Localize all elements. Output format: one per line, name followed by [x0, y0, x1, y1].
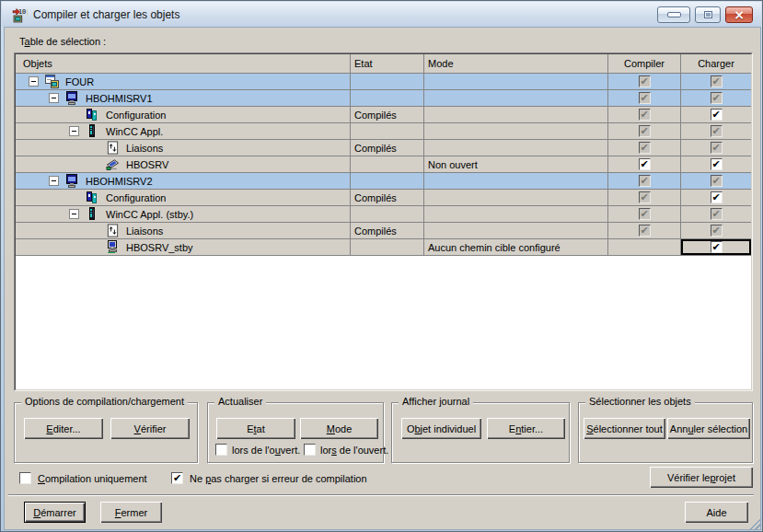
charger-cell[interactable] [681, 123, 751, 139]
compiler-checkbox [639, 75, 651, 87]
column-header-objets[interactable]: Objets [16, 54, 351, 73]
compiler-cell[interactable] [608, 223, 681, 238]
object-cell: Liaisons [16, 223, 351, 238]
single-object-log-button[interactable]: Objet individuel [401, 418, 481, 439]
table-body: FOURHBOHMISRV1ConfigurationCompilésWinCC… [16, 74, 751, 389]
group-title: Afficher journal [399, 396, 473, 407]
window-title: Compiler et charger les objets [33, 8, 179, 21]
compiler-cell[interactable] [608, 156, 681, 172]
update-state-on-open-checkbox[interactable]: lors de l'ouvert. [215, 444, 300, 456]
tree-expander[interactable] [69, 126, 85, 136]
compiler-checkbox [639, 175, 651, 187]
mode-cell [424, 123, 608, 139]
selection-table-label: Table de sélection : [19, 36, 106, 47]
compiler-cell[interactable] [608, 123, 681, 139]
column-header-charger[interactable]: Charger [681, 54, 751, 73]
checkbox[interactable] [171, 472, 183, 484]
table-row[interactable]: HBOHMISRV2 [16, 173, 751, 190]
station-icon [64, 91, 81, 106]
collapse-minus-icon[interactable] [69, 209, 79, 219]
compiler-cell[interactable] [608, 107, 681, 122]
select-all-button[interactable]: Sélectionner tout [584, 418, 665, 439]
help-button[interactable]: Aide [685, 502, 748, 523]
group-show-log: Afficher journal Objet individuel Entier… [391, 402, 570, 463]
checkbox-label: Ne pas charger si erreur de compilation [190, 473, 367, 484]
compiler-cell[interactable] [608, 74, 681, 89]
tree-expander[interactable] [49, 176, 64, 186]
table-row[interactable]: HBOHMISRV1 [16, 90, 751, 107]
compiler-checkbox[interactable] [639, 158, 651, 170]
collapse-minus-icon[interactable] [49, 176, 59, 186]
deselect-all-button[interactable]: Annuler sélection [667, 418, 750, 439]
charger-cell[interactable] [681, 190, 751, 205]
close-button[interactable]: × [725, 6, 753, 23]
charger-cell[interactable] [681, 223, 751, 238]
table-row[interactable]: WinCC Appl. (stby.) [16, 206, 751, 223]
charger-cell[interactable] [681, 156, 751, 172]
update-mode-on-open-checkbox[interactable]: lors de l'ouvert. [304, 444, 388, 456]
titlebar[interactable]: 10|| Compiler et charger les objets × [2, 2, 761, 27]
table-row[interactable]: LiaisonsCompilés [16, 223, 751, 239]
object-label: Configuration [106, 192, 166, 203]
collapse-minus-icon[interactable] [29, 76, 39, 87]
column-header-mode[interactable]: Mode [424, 54, 608, 73]
update-state-button[interactable]: Etat [216, 418, 295, 439]
charger-checkbox[interactable] [711, 241, 723, 253]
wincc-application-icon [85, 124, 101, 139]
minimize-button[interactable] [657, 6, 690, 23]
maximize-button[interactable] [695, 6, 721, 23]
checkbox[interactable] [304, 444, 316, 456]
no-load-on-error-checkbox[interactable]: Ne pas charger si erreur de compilation [171, 472, 367, 484]
charger-cell[interactable] [681, 206, 751, 222]
tree-expander[interactable] [69, 209, 85, 219]
charger-checkbox[interactable] [711, 158, 723, 170]
charger-cell[interactable] [681, 74, 751, 89]
checkbox[interactable] [215, 444, 227, 456]
checkbox[interactable] [19, 472, 31, 484]
compiler-cell[interactable] [608, 173, 681, 189]
compiler-cell[interactable] [608, 206, 681, 222]
table-row[interactable]: HBOSRVNon ouvert [16, 156, 751, 173]
group-compile-options: Options de compilation/chargement Editer… [14, 402, 198, 463]
charger-cell[interactable] [681, 140, 751, 156]
update-mode-button[interactable]: Mode [300, 418, 378, 439]
table-row[interactable]: LiaisonsCompilés [16, 140, 751, 156]
compile-only-checkbox[interactable]: Compilation uniquement [19, 472, 147, 484]
table-row[interactable]: ConfigurationCompilés [16, 190, 751, 206]
close-dialog-button[interactable]: Fermer [100, 502, 162, 523]
table-row[interactable]: ConfigurationCompilés [16, 107, 751, 123]
charger-checkbox[interactable] [711, 191, 723, 203]
compiler-cell[interactable] [608, 90, 681, 106]
charger-cell[interactable] [681, 107, 751, 122]
compiler-cell[interactable] [608, 190, 681, 205]
os-project-icon [105, 157, 121, 172]
table-row[interactable]: HBOSRV_stbyAucun chemin cible configuré [16, 239, 751, 256]
charger-cell[interactable] [681, 173, 751, 189]
table-row[interactable]: FOUR [16, 74, 751, 90]
footer-separator [8, 494, 754, 496]
etat-cell [351, 123, 424, 139]
minimize-icon [667, 12, 681, 17]
edit-button[interactable]: Editer... [24, 418, 103, 439]
tree-expander[interactable] [29, 76, 44, 87]
verify-button[interactable]: Vérifier [110, 418, 190, 439]
etat-cell [351, 239, 424, 255]
collapse-minus-icon[interactable] [49, 93, 59, 103]
column-header-compiler[interactable]: Compiler [608, 54, 681, 73]
verify-project-button[interactable]: Vérifier le projet [650, 467, 753, 488]
column-header-etat[interactable]: Etat [351, 54, 424, 73]
charger-cell[interactable] [681, 90, 751, 106]
charger-cell[interactable] [681, 239, 751, 255]
table-row[interactable]: WinCC Appl. [16, 123, 751, 140]
tree-expander[interactable] [49, 93, 64, 103]
compiler-cell[interactable] [608, 140, 681, 156]
collapse-minus-icon[interactable] [69, 126, 79, 136]
entire-log-button[interactable]: Entier... [487, 418, 565, 439]
compile-download-icon: 10|| [12, 7, 28, 22]
etat-cell [351, 90, 424, 106]
object-label: HBOHMISRV1 [86, 93, 153, 104]
selection-table: Objets Etat Mode Compiler Charger FOURHB… [14, 52, 753, 391]
etat-cell: Compilés [351, 107, 424, 122]
charger-checkbox[interactable] [711, 109, 723, 121]
start-button[interactable]: Démarrer [24, 502, 86, 523]
